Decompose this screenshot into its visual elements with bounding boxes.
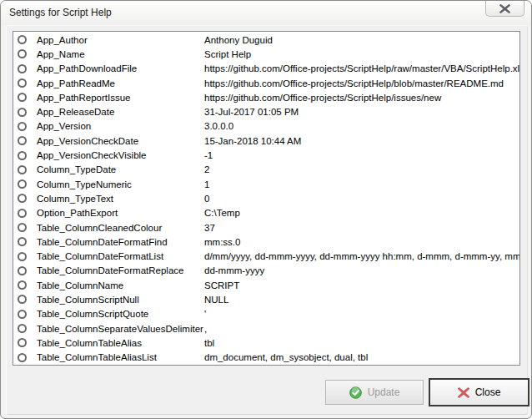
radio-circle-icon [18,266,37,275]
settings-row[interactable]: Table_ColumnScriptQuote ' [13,307,519,321]
settings-row[interactable]: Table_ColumnName SCRIPT [13,278,519,292]
setting-value: -1 [204,150,519,160]
radio-circle-icon [18,223,37,232]
setting-value: Script Help [204,49,519,59]
settings-row[interactable]: App_Name Script Help [13,47,519,61]
radio-circle-icon [18,353,37,362]
settings-row[interactable]: Table_ColumnCleanedColour 37 [13,220,519,235]
setting-name: Column_TypeDate [37,164,204,174]
radio-circle-icon [18,35,37,44]
setting-name: App_PathReportIssue [37,93,204,103]
radio-circle-icon [18,237,37,246]
setting-name: Table_ColumnDateFormatReplace [37,265,204,275]
settings-row[interactable]: Table_ColumnDateFormatReplace dd-mmm-yyy… [13,264,519,278]
window-title: Settings for Script Help [9,7,112,18]
settings-dialog: Settings for Script Help App_Author Anth… [0,0,532,419]
settings-row[interactable]: Table_ColumnTableAlias tbl [13,336,519,350]
settings-row[interactable]: App_ReleaseDate 31-Jul-2017 01:05 PM [13,104,519,119]
setting-name: Table_ColumnScriptNull [37,295,204,305]
setting-name: App_Name [37,49,204,59]
setting-value: https://github.com/Office-projects/Scrip… [204,93,519,103]
radio-circle-icon [18,151,37,160]
title-bar[interactable]: Settings for Script Help [1,1,531,25]
setting-value: C:\Temp [204,208,519,218]
setting-value: SCRIPT [204,280,519,290]
setting-value: 1 [204,179,519,189]
setting-value: dd-mmm-yyyy [204,265,519,275]
setting-value: 2 [204,164,519,174]
setting-value: ' [204,309,519,319]
setting-name: Table_ColumnSeparateValuesDelimiter [37,324,204,334]
setting-name: App_VersionCheckVisible [37,150,204,160]
setting-value: dm_document, dm_sysobject, dual, tbl [204,352,519,362]
settings-row[interactable]: App_PathDownloadFile https://github.com/… [13,62,519,76]
close-button-label: Close [475,386,501,398]
settings-row[interactable]: Column_TypeNumeric 1 [13,177,519,191]
setting-value: , [204,324,519,334]
setting-value: 0 [204,194,519,204]
setting-value: d/mm/yyyy, dd-mmm-yyyy, dd-mmm-yyyy hh:m… [204,251,519,261]
setting-name: Table_ColumnCleanedColour [37,223,204,233]
radio-circle-icon [18,122,37,131]
setting-name: Table_ColumnDateFormatList [37,251,204,261]
window-close-button[interactable] [485,1,524,17]
update-button-label: Update [368,386,400,398]
setting-value: 31-Jul-2017 01:05 PM [204,107,519,117]
setting-name: App_PathReadMe [37,78,204,88]
setting-name: Table_ColumnScriptQuote [37,309,204,319]
setting-name: App_ReleaseDate [37,107,204,117]
radio-circle-icon [18,280,37,290]
settings-row[interactable]: Table_ColumnScriptNull NULL [13,292,519,306]
settings-row[interactable]: Table_ColumnDateFormatFind mm:ss.0 [13,235,519,249]
settings-row[interactable]: Column_TypeDate 2 [13,163,519,177]
settings-row[interactable]: Table_ColumnDateFormatList d/mm/yyyy, dd… [13,249,519,263]
settings-row[interactable]: Table_ColumnSeparateValuesDelimiter , [13,321,519,336]
setting-name: Table_ColumnTableAliasList [37,352,204,362]
setting-value: https://github.com/Office-projects/Scrip… [204,78,519,88]
setting-value: https://github.com/Office-projects/Scrip… [204,63,519,73]
radio-circle-icon [18,64,37,73]
update-button[interactable]: Update [325,380,424,405]
setting-value: mm:ss.0 [204,237,519,247]
radio-circle-icon [18,49,37,58]
settings-row[interactable]: App_VersionCheckDate 15-Jan-2018 10:44 A… [13,134,519,148]
settings-row[interactable]: App_VersionCheckVisible -1 [13,148,519,162]
red-x-icon [458,387,469,398]
setting-value: NULL [204,295,519,305]
settings-row[interactable]: App_PathReportIssue https://github.com/O… [13,90,519,104]
settings-row[interactable]: Table_ColumnTableAliasList dm_document, … [13,351,519,365]
setting-name: Option_PathExport [37,208,204,218]
close-button[interactable]: Close [429,378,529,406]
setting-name: App_PathDownloadFile [37,63,204,73]
green-check-circle-icon [349,386,362,399]
radio-circle-icon [18,338,37,347]
radio-circle-icon [18,78,37,88]
setting-name: Column_TypeText [37,194,204,204]
setting-name: App_Author [37,35,204,45]
settings-row[interactable]: App_PathReadMe https://github.com/Office… [13,76,519,90]
setting-name: Table_ColumnDateFormatFind [37,237,204,247]
dialog-body: App_Author Anthony Duguid App_Name Scrip… [6,25,528,415]
radio-circle-icon [18,136,37,145]
radio-circle-icon [18,295,37,304]
radio-circle-icon [18,209,37,218]
setting-name: Column_TypeNumeric [37,179,204,189]
settings-row[interactable]: Column_TypeText 0 [13,191,519,205]
setting-value: 3.0.0.0 [204,121,519,131]
settings-list[interactable]: App_Author Anthony Duguid App_Name Scrip… [13,31,520,366]
radio-circle-icon [18,324,37,333]
setting-value: tbl [204,338,519,348]
setting-name: Table_ColumnTableAlias [37,338,204,348]
radio-circle-icon [18,194,37,203]
settings-row[interactable]: App_Author Anthony Duguid [13,33,519,47]
close-icon [499,4,510,13]
radio-circle-icon [18,165,37,174]
settings-row[interactable]: Option_PathExport C:\Temp [13,206,519,220]
setting-name: App_Version [37,121,204,131]
setting-name: App_VersionCheckDate [37,136,204,146]
radio-circle-icon [18,93,37,102]
radio-circle-icon [18,310,37,319]
settings-row[interactable]: App_Version 3.0.0.0 [13,119,519,134]
radio-circle-icon [18,252,37,261]
radio-circle-icon [18,179,37,189]
